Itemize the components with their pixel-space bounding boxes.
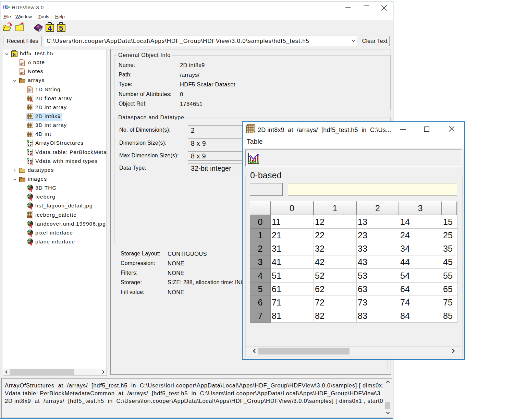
- svg-text:4: 4: [48, 24, 52, 32]
- svg-text:5: 5: [59, 24, 63, 32]
- svg-text:F: F: [7, 5, 10, 10]
